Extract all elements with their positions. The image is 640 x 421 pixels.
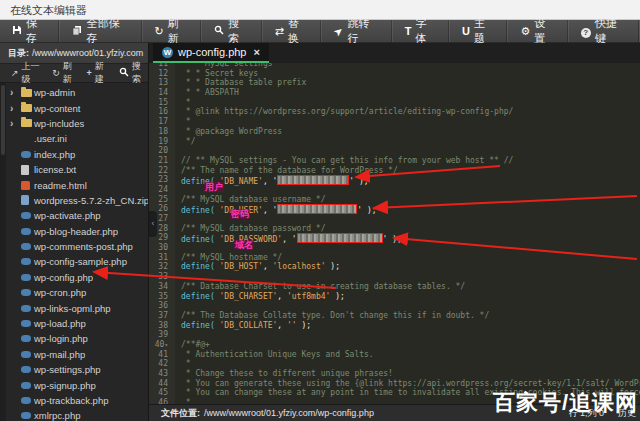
file-item[interactable]: wp-signup.php <box>0 377 148 392</box>
folder-item[interactable]: ›wp-includes <box>0 116 148 131</box>
close-icon[interactable]: × <box>254 46 260 58</box>
code-text: // ** MySQL settings - You can get this … <box>175 156 513 166</box>
file-item[interactable]: wp-comments-post.php <box>0 239 148 254</box>
editor-app: 在线文本编辑器 保存全部保存↻刷新搜索⇄替换➤跳转行T字体U主题⚙设置?快捷键 … <box>0 0 640 421</box>
code-line: 34/** Database Charset to use in creatin… <box>149 282 640 292</box>
code-text <box>175 243 181 253</box>
search-button[interactable]: 搜索 <box>202 20 262 42</box>
php-file-icon <box>21 351 34 358</box>
sidebar-collapse-handle[interactable]: ‹ <box>149 211 157 237</box>
search-icon <box>214 25 224 37</box>
file-name: wp-activate.php <box>34 210 101 221</box>
save-button[interactable]: 保存 <box>0 20 60 42</box>
code-line: 23define( 'DB_NAME', '' ); <box>149 175 640 185</box>
code-text: * <box>175 359 191 369</box>
line-number: 45 <box>149 388 175 398</box>
code-text: /** MySQL hostname */ <box>175 253 282 263</box>
line-number: 19 <box>149 137 175 147</box>
folder-item[interactable]: ›wp-content <box>0 100 148 115</box>
line-number: 18 <box>149 127 175 137</box>
file-item[interactable]: wp-config.php <box>0 270 148 285</box>
php-file-icon <box>21 366 34 373</box>
file-item[interactable]: wp-trackback.php <box>0 393 148 408</box>
html-file-icon <box>21 181 34 190</box>
php-file-icon <box>21 412 34 419</box>
file-name: index.php <box>34 149 75 160</box>
main-toolbar: 保存全部保存↻刷新搜索⇄替换➤跳转行T字体U主题⚙设置?快捷键 <box>0 20 640 43</box>
php-file-icon <box>21 274 34 281</box>
file-item[interactable]: license.txt <box>0 162 148 177</box>
file-name: wp-trackback.php <box>34 395 108 406</box>
file-item[interactable]: .user.ini <box>0 131 148 146</box>
code-line: 35define( 'DB_CHARSET', 'utf8mb4' ); <box>149 292 640 302</box>
file-item[interactable]: wp-links-opml.php <box>0 300 148 315</box>
file-item[interactable]: wp-login.php <box>0 331 148 346</box>
line-number: 14 <box>149 88 175 98</box>
file-item[interactable]: wp-cron.php <box>0 285 148 300</box>
code-text: define( 'DB_NAME', '' ); <box>175 175 369 185</box>
line-number: 25 <box>149 195 175 205</box>
php-file-icon <box>21 305 34 312</box>
line-number: 40▾ <box>149 340 175 350</box>
file-name: wp-admin <box>34 87 75 98</box>
save-all-button[interactable]: 全部保存 <box>60 20 142 42</box>
code-editor[interactable]: 11 * * MySQL settings12 * * Secret keys1… <box>149 63 640 404</box>
file-name: wp-config.php <box>34 272 93 283</box>
refresh-button[interactable]: ↻刷新 <box>143 20 203 42</box>
file-item[interactable]: wp-mail.php <box>0 347 148 362</box>
file-item[interactable]: wp-load.php <box>0 316 148 331</box>
code-text: /** The name of the database for WordPre… <box>175 166 398 176</box>
code-text: define( 'DB_CHARSET', 'utf8mb4' ); <box>175 292 345 302</box>
code-text: define( 'DB_HOST', 'localhost' ); <box>175 262 340 272</box>
code-text: * <box>175 98 191 108</box>
file-item[interactable]: wp-activate.php <box>0 208 148 223</box>
button-label: 搜索 <box>228 16 249 46</box>
line-number: 21 <box>149 156 175 166</box>
search-icon <box>119 67 129 79</box>
code-line: 37/** The Database Collate type. Don't c… <box>149 311 640 321</box>
code-text: /** The Database Collate type. Don't cha… <box>175 311 489 321</box>
code-line: 12 * * Secret keys <box>149 69 640 79</box>
code-line: 27 <box>149 214 640 224</box>
file-item[interactable]: wp-settings.php <box>0 362 148 377</box>
shortcuts-button[interactable]: ?快捷键 <box>569 20 640 42</box>
file-item[interactable]: wp-config-sample.php <box>0 254 148 269</box>
file-tree[interactable]: ›wp-admin›wp-content›wp-includes.user.in… <box>0 83 148 421</box>
code-line: 42 * <box>149 359 640 369</box>
history-button[interactable]: 历史 <box>618 407 636 420</box>
code-line: 30 <box>149 243 640 253</box>
file-item[interactable]: index.php <box>0 147 148 162</box>
code-line: 36 <box>149 301 640 311</box>
cursor-position: 行 1,列 0 <box>568 407 604 420</box>
status-bar: 文件位置: /www/wwwroot/01.yfziy.com/wp-confi… <box>149 404 640 421</box>
line-number: 16 <box>149 107 175 117</box>
code-line: 29define( 'DB_PASSWORD', '' ); <box>149 233 640 243</box>
font-button[interactable]: T字体 <box>393 20 450 42</box>
folder-item[interactable]: ›wp-admin <box>0 85 148 100</box>
goto-line-button[interactable]: ➤跳转行 <box>322 20 393 42</box>
tab-wp-config[interactable]: W wp-config.php × <box>153 43 269 63</box>
file-location-path: /www/wwwroot/01.yfziy.com/wp-config.php <box>204 408 374 418</box>
file-name: wp-includes <box>34 118 84 129</box>
replace-button[interactable]: ⇄替换 <box>263 20 323 42</box>
file-item[interactable]: wp-blog-header.php <box>0 224 148 239</box>
folder-icon <box>21 89 34 97</box>
file-item[interactable]: wordpress-5.7.2-zh_CN.zip <box>0 193 148 208</box>
file-item[interactable]: readme.html <box>0 177 148 192</box>
redacted-value-box <box>277 175 349 185</box>
file-name: wp-cron.php <box>34 287 86 298</box>
floppy-icon <box>12 25 22 37</box>
sidebar-scrollbar[interactable] <box>0 83 6 421</box>
settings-button[interactable]: ⚙设置 <box>508 20 568 42</box>
theme-button[interactable]: U主题 <box>450 20 508 42</box>
line-number: 35 <box>149 292 175 302</box>
file-name: readme.html <box>34 180 87 191</box>
button-label: 主题 <box>474 16 495 46</box>
line-number: 43 <box>149 369 175 379</box>
button-label: 字体 <box>416 16 437 46</box>
file-item[interactable]: xmlrpc.php <box>0 408 148 421</box>
file-name: wp-signup.php <box>34 380 96 391</box>
code-line: 46 * <box>149 398 640 404</box>
code-text <box>175 214 181 224</box>
line-number: 42 <box>149 359 175 369</box>
